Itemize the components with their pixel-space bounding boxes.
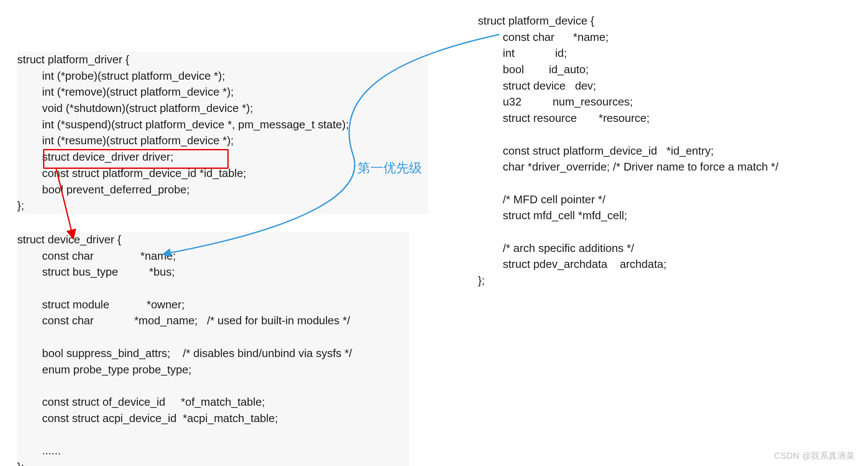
highlight-device-driver-member xyxy=(43,149,229,169)
priority-annotation: 第一优先级 xyxy=(357,159,422,177)
struct-platform-device: struct platform_device { const char *nam… xyxy=(478,13,778,289)
watermark: CSDN @我系真滴菜 xyxy=(774,450,855,462)
struct-platform-driver: struct platform_driver { int (*probe)(st… xyxy=(17,52,428,214)
struct-device-driver: struct device_driver { const char *name;… xyxy=(17,232,409,466)
